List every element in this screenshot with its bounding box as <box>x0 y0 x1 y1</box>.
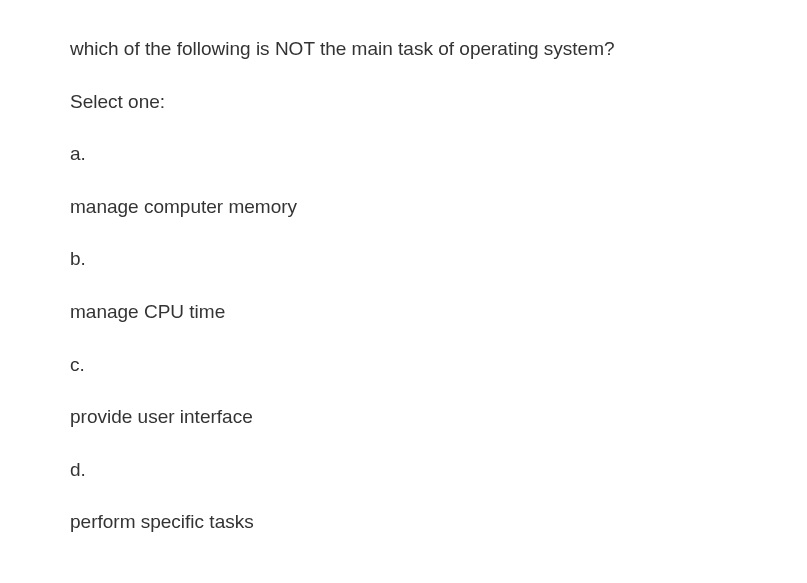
option-letter-c[interactable]: c. <box>70 352 737 379</box>
option-text-d[interactable]: perform specific tasks <box>70 509 737 536</box>
option-letter-b[interactable]: b. <box>70 246 737 273</box>
option-letter-a[interactable]: a. <box>70 141 737 168</box>
select-prompt: Select one: <box>70 89 737 116</box>
option-text-c[interactable]: provide user interface <box>70 404 737 431</box>
option-text-b[interactable]: manage CPU time <box>70 299 737 326</box>
option-letter-d[interactable]: d. <box>70 457 737 484</box>
option-text-a[interactable]: manage computer memory <box>70 194 737 221</box>
question-text: which of the following is NOT the main t… <box>70 36 737 63</box>
